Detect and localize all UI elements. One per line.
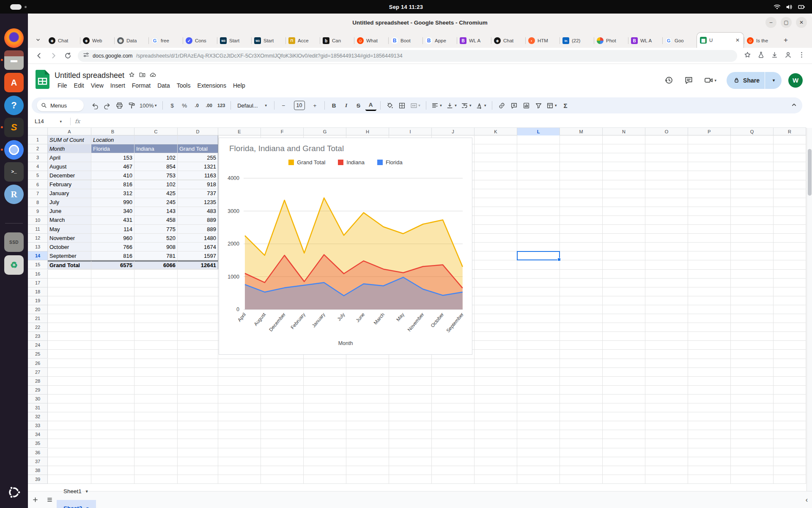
cell[interactable]: 458 <box>134 216 178 225</box>
cell[interactable]: July <box>48 198 91 207</box>
cell[interactable]: 483 <box>178 207 218 216</box>
reload-button[interactable] <box>63 52 72 60</box>
row-header-38[interactable]: 38 <box>28 466 48 475</box>
paint-format-button[interactable] <box>126 100 137 111</box>
cell[interactable]: 6575 <box>91 260 134 269</box>
minimize-button[interactable]: – <box>765 17 776 28</box>
row-header-30[interactable]: 30 <box>28 395 48 403</box>
browser-tab[interactable]: W3Start <box>251 33 285 48</box>
cell[interactable]: 854 <box>134 162 178 171</box>
dock-item-help[interactable]: ? <box>4 96 24 115</box>
row-header-9[interactable]: 9 <box>28 207 48 216</box>
cell[interactable]: April <box>48 153 91 162</box>
strikethrough-button[interactable]: S <box>353 100 364 111</box>
increase-decimals-button[interactable]: .00 <box>203 100 214 111</box>
cell[interactable]: 6066 <box>134 260 178 269</box>
row-header-19[interactable]: 19 <box>28 296 48 305</box>
browser-tab[interactable]: W3Start <box>217 33 251 48</box>
cell[interactable]: 312 <box>91 189 134 198</box>
cell[interactable]: 737 <box>178 189 218 198</box>
star-icon[interactable] <box>129 72 135 80</box>
cell[interactable]: 781 <box>134 251 178 260</box>
dock-item-app-center[interactable]: A <box>4 73 24 92</box>
collapse-panel-icon[interactable]: ‹ <box>806 496 808 504</box>
back-button[interactable] <box>35 52 43 60</box>
browser-tab[interactable]: BWL A <box>457 33 491 48</box>
browser-tab[interactable]: ∗Chat <box>46 33 80 48</box>
row-header-22[interactable]: 22 <box>28 323 48 332</box>
browser-tab[interactable]: ∗Chat <box>491 33 525 48</box>
cell[interactable]: June <box>48 207 91 216</box>
cell[interactable]: 816 <box>91 251 134 260</box>
browser-tab[interactable]: BBoot <box>388 33 422 48</box>
dock-item-chromium[interactable] <box>4 140 24 160</box>
browser-tab[interactable]: Gfree <box>148 33 183 48</box>
sheet-tab-sheet1[interactable]: Sheet1▼ <box>57 483 96 500</box>
labs-icon[interactable] <box>757 51 765 60</box>
sheet-tab-sheet2[interactable]: Sheet2▼ <box>57 500 96 508</box>
insert-chart-button[interactable] <box>521 100 532 111</box>
cell[interactable]: 102 <box>134 180 178 189</box>
cell[interactable]: 918 <box>178 180 218 189</box>
browser-tab[interactable]: bCan <box>320 33 354 48</box>
row-header-4[interactable]: 4 <box>28 162 48 171</box>
menus-search[interactable]: Menus <box>37 99 84 111</box>
row-header-14[interactable]: 14 <box>28 251 48 260</box>
maximize-button[interactable]: ▢ <box>781 17 792 28</box>
cell[interactable]: 114 <box>91 225 134 234</box>
menu-format[interactable]: Format <box>129 81 154 90</box>
cell[interactable]: 410 <box>91 171 134 180</box>
row-header-34[interactable]: 34 <box>28 430 48 439</box>
percent-format-button[interactable]: % <box>179 100 190 111</box>
borders-button[interactable] <box>397 100 408 111</box>
menu-help[interactable]: Help <box>230 81 248 90</box>
row-header-11[interactable]: 11 <box>28 225 48 234</box>
row-header-26[interactable]: 26 <box>28 359 48 368</box>
cell[interactable]: 1321 <box>178 162 218 171</box>
italic-button[interactable]: I <box>341 100 352 111</box>
browser-tab[interactable]: ⊕Data <box>114 33 148 48</box>
dock-item-ssd-drive[interactable]: SSD <box>4 232 24 252</box>
cell[interactable]: 520 <box>134 234 178 243</box>
row-header-36[interactable]: 36 <box>28 448 48 457</box>
dock-item-ubuntu[interactable] <box>4 483 24 502</box>
cell[interactable]: 753 <box>134 171 178 180</box>
horizontal-align-button[interactable]: ▼ <box>430 100 444 111</box>
cell[interactable]: Grand Total <box>178 144 218 153</box>
cell[interactable]: 908 <box>134 243 178 251</box>
row-header-33[interactable]: 33 <box>28 421 48 430</box>
browser-tab[interactable]: ⊓Acce <box>285 33 320 48</box>
cell[interactable]: 153 <box>91 153 134 162</box>
vertical-align-button[interactable]: ▼ <box>445 100 458 111</box>
meet-icon[interactable]: ▾ <box>704 76 717 85</box>
browser-tab-active[interactable]: ▦U✕ <box>697 32 744 48</box>
cell[interactable]: 816 <box>91 180 134 189</box>
close-button[interactable]: ✕ <box>796 17 807 28</box>
cell[interactable]: Grand Total <box>48 260 91 269</box>
cell[interactable]: November <box>48 234 91 243</box>
cell[interactable]: December <box>48 171 91 180</box>
cell[interactable]: February <box>48 180 91 189</box>
row-header-5[interactable]: 5 <box>28 171 48 180</box>
font-select[interactable]: Defaul...▼ <box>235 102 270 109</box>
row-header-17[interactable]: 17 <box>28 279 48 287</box>
selected-cell-L14[interactable] <box>517 251 560 260</box>
table-chips-button[interactable]: ▼ <box>545 100 559 111</box>
font-size-input[interactable]: 10 <box>294 101 305 110</box>
text-rotation-button[interactable]: ▼ <box>475 100 488 111</box>
menu-edit[interactable]: Edit <box>71 81 87 90</box>
browser-tab[interactable]: ∗Web <box>80 33 114 48</box>
cell[interactable]: 245 <box>134 198 178 207</box>
row-header-29[interactable]: 29 <box>28 386 48 395</box>
profile-icon[interactable] <box>785 51 792 60</box>
cell[interactable]: October <box>48 243 91 251</box>
browser-tab[interactable]: GGoo <box>662 33 697 48</box>
menu-icon[interactable] <box>798 51 805 60</box>
undo-button[interactable] <box>89 100 100 111</box>
cell[interactable] <box>178 135 218 144</box>
row-header-35[interactable]: 35 <box>28 439 48 448</box>
row-header-32[interactable]: 32 <box>28 412 48 421</box>
vertical-scrollbar-thumb[interactable] <box>808 149 812 196</box>
cell[interactable]: March <box>48 216 91 225</box>
cell[interactable] <box>134 135 178 144</box>
